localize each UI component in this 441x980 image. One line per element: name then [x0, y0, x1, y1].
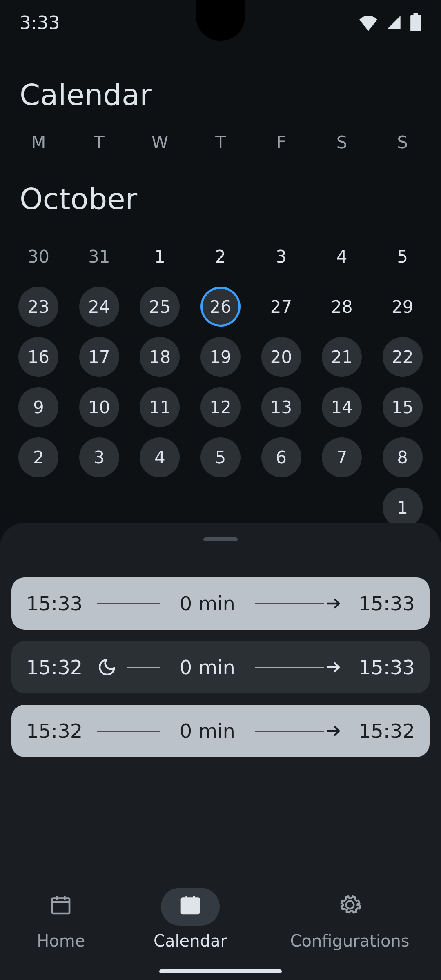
weekday-label: W	[129, 132, 190, 152]
entry-line	[127, 667, 160, 668]
page-title: Calendar	[0, 45, 441, 132]
entry-duration: 0 min	[170, 656, 245, 679]
calendar-day[interactable]: 11	[140, 387, 180, 427]
cellular-icon	[385, 14, 402, 31]
entry-start-time: 15:32	[26, 656, 87, 679]
timeline-entry[interactable]: 15:330 min15:33	[11, 577, 430, 630]
entry-arrow	[255, 657, 344, 677]
entry-end-time: 15:33	[354, 656, 415, 679]
calendar-day[interactable]: 14	[322, 387, 362, 427]
entry-duration: 0 min	[170, 719, 245, 742]
calendar-day[interactable]: 19	[200, 337, 241, 377]
calendar-day[interactable]: 25	[140, 287, 180, 327]
battery-icon	[410, 13, 421, 31]
calendar-day[interactable]: 8	[383, 437, 423, 477]
entry-end-time: 15:32	[354, 719, 415, 742]
calendar-day[interactable]: 1	[383, 488, 423, 528]
calendar-day[interactable]: 6	[261, 437, 301, 477]
calendar-day[interactable]: 3	[79, 437, 119, 477]
calendar-day[interactable]: 23	[18, 287, 58, 327]
weekday-label: T	[69, 132, 130, 152]
calendar-day[interactable]: 3	[261, 236, 301, 276]
calendar-day[interactable]: 7	[322, 437, 362, 477]
nav-item-calendar[interactable]: Calendar	[154, 888, 227, 950]
calendar-day[interactable]: 27	[261, 287, 301, 327]
weekday-label: F	[251, 132, 312, 152]
entry-end-time: 15:33	[354, 592, 415, 615]
gear-icon	[321, 888, 379, 926]
arrow-right-icon	[324, 657, 344, 677]
nav-label: Calendar	[154, 931, 227, 950]
arrow-right-icon	[324, 594, 344, 613]
calendar-day[interactable]: 22	[383, 337, 423, 377]
weekday-label: S	[372, 132, 433, 152]
calendar-filled-icon	[161, 888, 220, 926]
weekday-label: S	[312, 132, 372, 152]
calendar-outline-icon	[31, 888, 90, 926]
calendar-day[interactable]: 13	[261, 387, 301, 427]
calendar-day[interactable]: 20	[261, 337, 301, 377]
calendar-day[interactable]: 21	[322, 337, 362, 377]
calendar-day[interactable]: 16	[18, 337, 58, 377]
calendar-day[interactable]: 30	[18, 236, 58, 276]
gesture-bar[interactable]	[159, 969, 282, 973]
calendar-day[interactable]: 12	[200, 387, 241, 427]
timeline-entry[interactable]: 15:320 min15:32	[11, 705, 430, 757]
calendar-day[interactable]: 18	[140, 337, 180, 377]
drag-handle[interactable]	[203, 537, 238, 541]
calendar-day[interactable]: 26	[200, 287, 241, 327]
calendar-day[interactable]: 5	[200, 437, 241, 477]
calendar-day[interactable]: 2	[200, 236, 241, 276]
calendar-grid: 3031123452324252627282916171819202122910…	[0, 228, 441, 544]
status-icons	[359, 13, 421, 31]
entry-start-time: 15:33	[26, 592, 87, 615]
calendar-day[interactable]: 4	[322, 236, 362, 276]
month-label: October	[0, 169, 441, 228]
arrow-right-icon	[324, 721, 344, 741]
calendar-day[interactable]: 4	[140, 437, 180, 477]
calendar-day[interactable]: 29	[383, 287, 423, 327]
calendar-day[interactable]: 24	[79, 287, 119, 327]
calendar-day[interactable]: 5	[383, 236, 423, 276]
entry-line	[97, 731, 160, 732]
status-time: 3:33	[20, 12, 60, 33]
nav-item-configurations[interactable]: Configurations	[290, 888, 410, 950]
entry-duration: 0 min	[170, 592, 245, 615]
calendar-day[interactable]: 2	[18, 437, 58, 477]
weekday-label: T	[190, 132, 251, 152]
nav-label: Configurations	[290, 931, 410, 950]
nav-label: Home	[37, 931, 85, 950]
calendar-day[interactable]: 17	[79, 337, 119, 377]
entry-arrow	[255, 721, 344, 741]
calendar-day[interactable]: 9	[18, 387, 58, 427]
entry-arrow	[255, 594, 344, 613]
calendar-day[interactable]: 15	[383, 387, 423, 427]
timeline-entry[interactable]: 15:320 min15:33	[11, 641, 430, 693]
moon-icon	[97, 657, 117, 677]
weekday-header: M T W T F S S	[0, 132, 441, 169]
calendar-day[interactable]: 1	[140, 236, 180, 276]
nav-item-home[interactable]: Home	[31, 888, 90, 950]
entry-start-time: 15:32	[26, 719, 87, 742]
weekday-label: M	[8, 132, 69, 152]
wifi-icon	[359, 13, 377, 31]
calendar-day[interactable]: 31	[79, 236, 119, 276]
entry-line	[97, 603, 160, 604]
bottom-nav: HomeCalendarConfigurations	[0, 882, 441, 956]
calendar-day[interactable]: 28	[322, 287, 362, 327]
calendar-day[interactable]: 10	[79, 387, 119, 427]
